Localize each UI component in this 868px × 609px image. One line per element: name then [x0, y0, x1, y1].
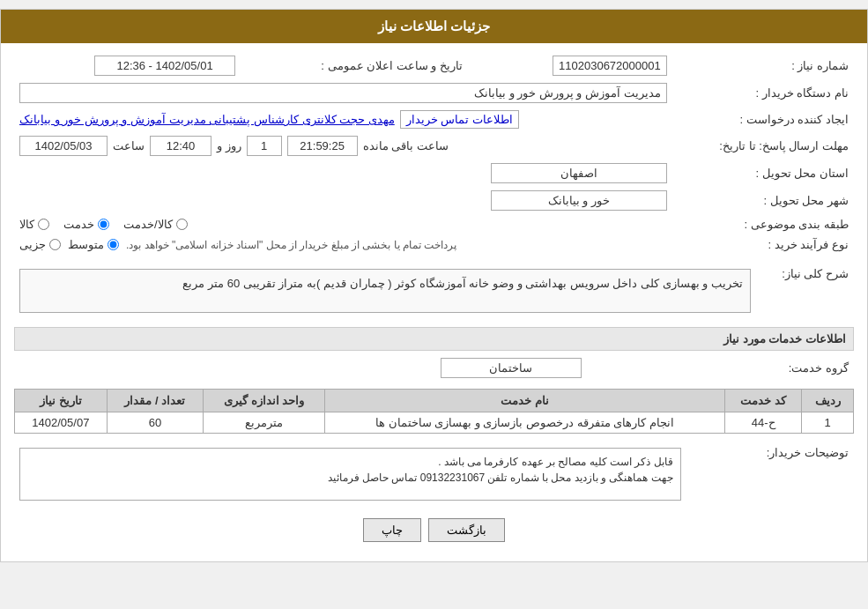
purchaser-box: مدیریت آموزش و پرورش خور و بیابانک — [19, 83, 667, 103]
content-area: شماره نیاز : 1102030672000001 تاریخ و سا… — [1, 43, 867, 561]
creator-name: مهدی حجت کلانتری کارشناس پشتیبانی مدیریت… — [19, 113, 395, 126]
services-header: اطلاعات خدمات مورد نیاز — [14, 327, 854, 351]
col-qty: تعداد / مقدار — [107, 390, 203, 412]
deadline-row: 1402/05/03 ساعت 12:40 روز و 1 21:59:25 س… — [19, 136, 667, 156]
col-date: تاریخ نیاز — [15, 390, 108, 412]
purchaser-label: نام دستگاه خریدار : — [672, 79, 854, 107]
announce-value: 1402/05/01 - 12:36 — [14, 52, 241, 79]
cell-date: 1402/05/07 — [15, 412, 108, 434]
col-row: ردیف — [802, 390, 854, 412]
cell-name: انجام کارهای متفرقه درخصوص بازسازی و بهس… — [325, 412, 725, 434]
back-button[interactable]: بازگشت — [428, 518, 505, 542]
deadline-label: مهلت ارسال پاسخ: تا تاریخ: — [672, 132, 854, 160]
services-data-table: ردیف کد خدمت نام خدمت واحد اندازه گیری ت… — [14, 389, 854, 434]
category-kala-label: کالا — [19, 218, 34, 231]
page-title: جزئیات اطلاعات نیاز — [378, 19, 490, 33]
city-box: خور و بیابانک — [491, 190, 667, 211]
cell-row: 1 — [802, 412, 854, 434]
category-radio-khedmat: خدمت — [63, 218, 109, 231]
province-label: استان محل تحویل : — [672, 160, 854, 187]
province-box: اصفهان — [491, 163, 667, 183]
description-table: شرح کلی نیاز: تخریب و بهسازی کلی داخل سر… — [14, 262, 854, 320]
category-kala-khedmat-label: کالا/خدمت — [123, 218, 173, 231]
contact-badge[interactable]: اطلاعات تماس خریدار — [400, 110, 519, 129]
description-label: شرح کلی نیاز: — [756, 262, 854, 320]
button-row: بازگشت چاپ — [14, 518, 854, 542]
cell-unit: مترمربع — [204, 412, 325, 434]
basic-info-table: شماره نیاز : 1102030672000001 تاریخ و سا… — [14, 52, 854, 255]
process-radio-jozi: جزیی — [19, 238, 61, 251]
process-jozi-radio[interactable] — [49, 239, 61, 250]
deadline-days-label: روز و — [217, 139, 241, 152]
process-jozi-label: جزیی — [19, 238, 46, 251]
announce-label: تاریخ و ساعت اعلان عمومی : — [241, 52, 468, 79]
buyer-notes-table: توضیحات خریدار: قابل ذکر است کلیه مصالح … — [14, 441, 854, 508]
cell-code: ح-44 — [724, 412, 801, 434]
col-name: نام خدمت — [325, 390, 725, 412]
buyer-notes-box: قابل ذکر است کلیه مصالح بر عهده کارفرما … — [19, 448, 681, 501]
service-group-table: گروه خدمت: ساختمان — [14, 354, 854, 382]
table-row: 1ح-44انجام کارهای متفرقه درخصوص بازسازی … — [15, 412, 854, 434]
col-code: کد خدمت — [724, 390, 801, 412]
print-button[interactable]: چاپ — [363, 518, 421, 542]
deadline-remaining-label: ساعت باقی مانده — [363, 139, 449, 152]
page-container: جزئیات اطلاعات نیاز شماره نیاز : 1102030… — [0, 9, 868, 562]
deadline-days-box: 1 — [247, 136, 282, 156]
page-header: جزئیات اطلاعات نیاز — [1, 10, 867, 43]
service-group-label: گروه خدمت: — [587, 354, 854, 382]
need-number-value: 1102030672000001 — [486, 52, 672, 79]
category-kala-radio[interactable] — [38, 219, 49, 230]
process-radio-motavasset: متوسط — [68, 238, 119, 251]
category-radio-kala: کالا — [19, 218, 49, 231]
process-motavasset-label: متوسط — [68, 238, 104, 251]
category-kala-khedmat-radio[interactable] — [176, 219, 188, 230]
process-label: نوع فرآیند خرید : — [672, 234, 854, 255]
announce-box: 1402/05/01 - 12:36 — [94, 56, 235, 76]
cell-qty: 60 — [107, 412, 203, 434]
category-khedmat-radio[interactable] — [98, 219, 109, 230]
need-number-box: 1102030672000001 — [553, 56, 667, 76]
deadline-remaining-box: 21:59:25 — [287, 136, 358, 156]
city-label: شهر محل تحویل : — [672, 187, 854, 214]
creator-label: ایجاد کننده درخواست : — [672, 107, 854, 132]
category-label: طبقه بندی موضوعی : — [672, 214, 854, 234]
col-unit: واحد اندازه گیری — [204, 390, 325, 412]
buyer-notes-label: توضیحات خریدار: — [686, 441, 854, 508]
process-row: جزیی متوسط پرداخت تمام یا بخشی از مبلغ خ… — [19, 238, 667, 251]
need-number-label: شماره نیاز : — [672, 52, 854, 79]
deadline-time-label: ساعت — [113, 139, 145, 152]
process-motavasset-radio[interactable] — [108, 239, 119, 250]
description-box: تخریب و بهسازی کلی داخل سرویس بهداشتی و … — [19, 269, 751, 313]
category-radio-group: کالا خدمت کالا/خدمت — [19, 218, 667, 231]
deadline-date-box: 1402/05/03 — [19, 136, 108, 156]
service-group-box: ساختمان — [441, 358, 582, 378]
deadline-time-box: 12:40 — [150, 136, 211, 156]
category-khedmat-label: خدمت — [63, 218, 94, 231]
process-note: پرداخت تمام یا بخشی از مبلغ خریدار از مح… — [126, 239, 456, 251]
buyer-notes-line2: جهت هماهنگی و بازدید محل با شماره تلفن 0… — [27, 472, 673, 484]
creator-row: مهدی حجت کلانتری کارشناس پشتیبانی مدیریت… — [19, 110, 667, 129]
category-radio-kala-khedmat: کالا/خدمت — [123, 218, 188, 231]
buyer-notes-line1: قابل ذکر است کلیه مصالح بر عهده کارفرما … — [27, 456, 673, 468]
